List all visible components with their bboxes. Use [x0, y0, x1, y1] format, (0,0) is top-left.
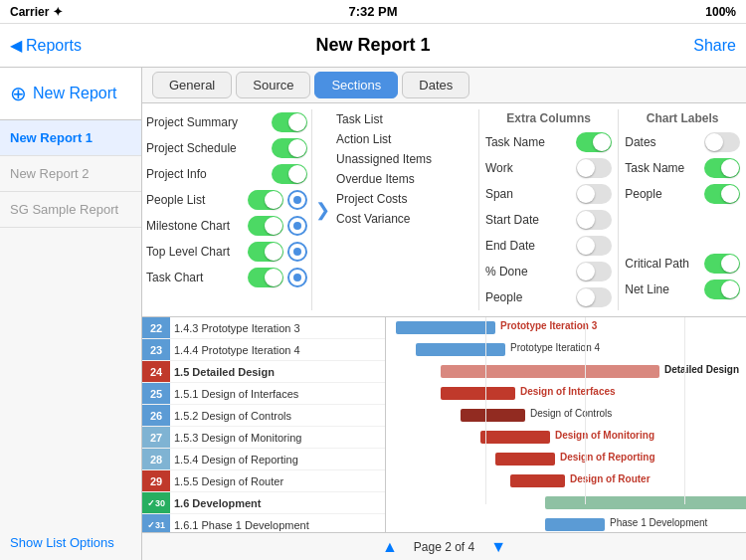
carrier-text: Carrier ✦ [10, 5, 63, 19]
settings-row-top-level-chart: Top Level Chart [146, 239, 307, 265]
row-text-26: 1.5.2 Design of Controls [170, 410, 291, 422]
row-num-25: 25 [142, 383, 170, 404]
gantt-bar-23 [416, 343, 505, 356]
toggle-top-level-chart[interactable] [248, 242, 283, 262]
chart-label-task-name-text: Task Name [625, 161, 704, 175]
tab-dates[interactable]: Dates [402, 72, 469, 98]
extra-col-work: Work [485, 155, 612, 181]
gantt-label-26: Design of Controls [530, 408, 612, 419]
new-report-label: New Report [33, 85, 116, 102]
section-label-milestone-chart: Milestone Chart [146, 219, 248, 233]
table-row: 27 1.5.3 Design of Monitoring [142, 427, 385, 449]
chart-label-empty2 [625, 229, 740, 251]
row-text-30: 1.6 Development [170, 497, 261, 509]
row-num-29: 29 [142, 470, 170, 491]
toggle-extra-span[interactable] [576, 184, 612, 204]
toggle-chart-task-name[interactable] [704, 158, 740, 178]
grid-line-1 [485, 317, 486, 504]
toggle-extra-work[interactable] [576, 158, 612, 178]
toggle-extra-end-date[interactable] [576, 236, 612, 256]
toggle-extra-start-date[interactable] [576, 210, 612, 230]
grid-line-2 [585, 317, 586, 504]
extra-col-task-name: Task Name [485, 129, 612, 155]
section-label-unassigned: Unassigned Items [336, 152, 474, 166]
settings-row-task-list: Task List [336, 109, 474, 129]
gantt-label-22: Prototype Iteration 3 [500, 320, 597, 331]
sections-col-2: Task List Action List Unassigned Items O… [332, 109, 479, 310]
circle-indicator-people-list [287, 190, 307, 210]
toggle-task-chart[interactable] [248, 268, 283, 287]
sidebar-item-new-report-2[interactable]: New Report 2 [0, 156, 141, 192]
table-row: 23 1.4.4 Prototype Iteration 4 [142, 339, 385, 361]
chart-label-people: People [625, 181, 740, 207]
circle-indicator-milestone-chart [287, 216, 307, 236]
table-row: 22 1.4.3 Prototype Iteration 3 [142, 317, 385, 339]
gantt-bar-31 [545, 518, 605, 531]
tab-source[interactable]: Source [236, 72, 310, 98]
status-carrier: Carrier ✦ [10, 5, 63, 19]
toggle-chart-critical-path[interactable] [704, 254, 740, 274]
row-num-22: 22 [142, 317, 170, 338]
gantt-table: 22 1.4.3 Prototype Iteration 3 23 1.4.4 … [142, 317, 746, 532]
toggle-milestone-chart[interactable] [248, 216, 283, 236]
toggle-extra-pct-done[interactable] [576, 262, 612, 281]
status-time: 7:32 PM [348, 4, 397, 19]
chart-label-dates-text: Dates [625, 135, 704, 149]
gantt-label-23: Prototype Iteration 4 [510, 342, 600, 353]
next-page-button[interactable]: ▼ [490, 538, 506, 556]
tab-sections[interactable]: Sections [314, 72, 398, 98]
chart-label-task-name: Task Name [625, 155, 740, 181]
toggle-extra-task-name[interactable] [576, 132, 612, 152]
section-label-project-summary: Project Summary [146, 115, 272, 129]
gantt-bar-28 [495, 453, 555, 466]
back-button[interactable]: ◀ Reports [10, 36, 82, 55]
settings-row-action-list: Action List [336, 129, 474, 149]
settings-row-people-list: People List [146, 187, 307, 213]
section-label-project-schedule: Project Schedule [146, 141, 272, 155]
toggle-project-info[interactable] [272, 164, 307, 184]
row-text-25: 1.5.1 Design of Interfaces [170, 388, 298, 400]
gantt-bar-30 [545, 496, 746, 509]
share-button[interactable]: Share [693, 37, 736, 55]
gantt-label-27: Design of Monitoring [555, 430, 654, 441]
sections-col-1: Project Summary Project Schedule Project… [142, 109, 312, 310]
toggle-project-schedule[interactable] [272, 138, 307, 158]
chart-label-empty1 [625, 207, 740, 229]
page-label: Page 2 of 4 [414, 540, 474, 554]
toggle-project-summary[interactable] [272, 112, 307, 132]
gantt-chart-area: Prototype Iteration 3 Prototype Iteratio… [386, 317, 746, 532]
toggle-chart-dates[interactable] [704, 132, 740, 152]
row-num-23: 23 [142, 339, 170, 360]
toggle-chart-people[interactable] [704, 184, 740, 204]
show-list-options-button[interactable]: Show List Options [0, 525, 141, 560]
app-container: ◀ Reports New Report 1 Share ⊕ New Repor… [0, 24, 746, 560]
sidebar-item-sg-sample[interactable]: SG Sample Report [0, 192, 141, 228]
chart-label-critical-path: Critical Path [625, 251, 740, 277]
status-bar: Carrier ✦ 7:32 PM 100% [0, 0, 746, 24]
table-row: 25 1.5.1 Design of Interfaces [142, 383, 385, 405]
extra-label-task-name: Task Name [485, 135, 576, 149]
toggle-people-list[interactable] [248, 190, 283, 210]
section-label-cost-variance: Cost Variance [336, 212, 474, 226]
new-report-button[interactable]: ⊕ New Report [0, 68, 141, 120]
row-num-28: 28 [142, 449, 170, 469]
settings-panel: Project Summary Project Schedule Project… [142, 103, 746, 317]
extra-col-people: People [485, 284, 612, 310]
extra-col-end-date: End Date [485, 233, 612, 259]
table-row: ✓31 1.6.1 Phase 1 Development [142, 514, 385, 532]
prev-page-button[interactable]: ▲ [382, 538, 398, 556]
tab-general[interactable]: General [152, 72, 232, 98]
tab-bar: General Source Sections Dates [142, 68, 746, 103]
settings-row-overdue: Overdue Items [336, 169, 474, 189]
section-label-task-list: Task List [336, 112, 474, 126]
section-label-overdue: Overdue Items [336, 172, 474, 186]
extra-label-end-date: End Date [485, 239, 576, 253]
toggle-extra-people[interactable] [576, 287, 612, 307]
back-chevron-icon: ◀ [10, 36, 22, 55]
section-label-task-chart: Task Chart [146, 271, 248, 284]
extra-label-start-date: Start Date [485, 213, 576, 227]
gantt-bar-22 [396, 321, 495, 334]
sidebar-item-new-report-1[interactable]: New Report 1 [0, 120, 141, 156]
toggle-chart-net-line[interactable] [704, 280, 740, 299]
chart-labels-title: Chart Labels [625, 109, 740, 129]
